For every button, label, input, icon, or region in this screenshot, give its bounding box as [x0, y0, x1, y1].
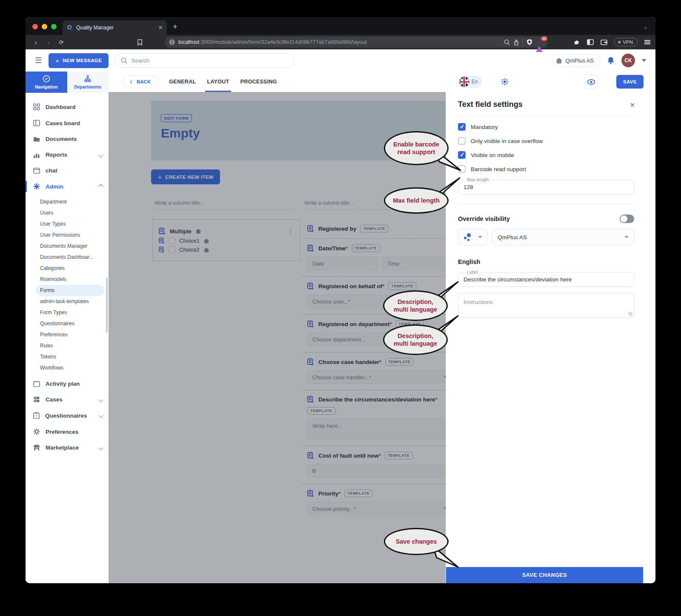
- choice-checkbox[interactable]: [169, 246, 175, 253]
- date-input[interactable]: Date: [307, 257, 378, 270]
- sidebar-subitem-questionnaires[interactable]: Questionnaires: [26, 318, 109, 329]
- maximize-window-button[interactable]: [51, 24, 57, 29]
- close-window-button[interactable]: [32, 24, 38, 29]
- sidebar-item-activity-plan[interactable]: Activity plan: [26, 376, 109, 392]
- tab-layout[interactable]: LAYOUT: [207, 72, 229, 92]
- sidebar-item-marketplace[interactable]: Marketplace: [26, 440, 109, 456]
- form-item-describe-circumstances[interactable]: » Describe the circumstances/deviation h…: [301, 390, 446, 446]
- extension-badge-icon[interactable]: 12: [536, 39, 544, 46]
- sidebar-subitem-riskmodels[interactable]: Riskmodels: [26, 274, 109, 285]
- label-field[interactable]: Label Describe the circumstances/deviati…: [458, 269, 634, 287]
- visible-on-mobile-checkbox-row[interactable]: Visible on mobile: [458, 151, 634, 159]
- tab-close-icon[interactable]: ✕: [158, 25, 163, 31]
- bookmark-icon[interactable]: [137, 39, 143, 46]
- form-item-case-handler[interactable]: » Choose case handeler* TEMPLATE ⋮ Choos…: [301, 352, 446, 390]
- cost-input[interactable]: 0: [307, 464, 446, 478]
- sidebar-subitem-form-types[interactable]: Form Types: [26, 307, 109, 318]
- sidebar-item-documents[interactable]: Documents: [26, 131, 109, 147]
- form-settings-gear-icon[interactable]: [501, 78, 509, 86]
- form-item-date-time[interactable]: » Date/Time* TEMPLATE ⋮ Date Time: [301, 238, 446, 276]
- language-selector[interactable]: En: [458, 76, 482, 88]
- form-item-priority[interactable]: » Priority* TEMPLATE ⋮ Choose priority..…: [301, 484, 446, 521]
- save-changes-button[interactable]: SAVE CHANGES: [446, 567, 643, 583]
- close-panel-icon[interactable]: ✕: [629, 101, 635, 109]
- sidebar-subitem-documents-dashboard[interactable]: Documents Dashboar...: [26, 252, 109, 263]
- url-text[interactable]: localhost:3000/module/admin/form/32a4e3c…: [178, 39, 501, 45]
- preview-button[interactable]: [584, 74, 598, 89]
- choice-row[interactable]: » Choice1: [159, 238, 294, 244]
- back-nav-icon[interactable]: ‹: [31, 39, 41, 46]
- wallet-icon[interactable]: [601, 39, 607, 45]
- mandatory-checkbox-row[interactable]: Mandatory: [458, 123, 634, 131]
- case-handler-select[interactable]: Choose case handler...*: [307, 370, 446, 384]
- brave-shield-icon[interactable]: [526, 39, 532, 46]
- app-menu-icon[interactable]: ☰: [35, 56, 42, 65]
- sidebar-item-dashboard[interactable]: Dashboard: [26, 99, 109, 115]
- case-overflow-checkbox-row[interactable]: Only visible in case overflow: [458, 137, 634, 145]
- form-item-cost-of-fault[interactable]: » Cost of fault until now* TEMPLATE ⋮ 0: [301, 446, 446, 484]
- sidebar-toggle-icon[interactable]: [587, 39, 594, 45]
- sidebar-subitem-workflows[interactable]: Workflows: [26, 362, 109, 373]
- org-visibility-select[interactable]: QmPlus AS: [492, 229, 634, 246]
- sidebar-subitem-user-permissions[interactable]: User Permissions: [26, 229, 109, 241]
- choice-checkbox[interactable]: [169, 238, 175, 244]
- form-item-registered-by[interactable]: » Registered by TEMPLATE ⋮: [301, 219, 446, 238]
- checkbox[interactable]: [458, 123, 466, 131]
- sidebar-subitem-preferences[interactable]: Preferences: [26, 329, 109, 340]
- override-visibility-toggle[interactable]: [620, 215, 634, 223]
- window-controls[interactable]: [26, 24, 63, 35]
- sidebar-subitem-user-types[interactable]: User Types: [26, 218, 109, 229]
- form-item-multiple[interactable]: » Multiple ⋮ » Choice1: [152, 219, 300, 261]
- max-length-field[interactable]: Max length 128: [458, 177, 634, 195]
- max-length-value[interactable]: 128: [464, 183, 629, 190]
- sidebar-subitem-documents-manager[interactable]: Documents Manager: [26, 241, 109, 252]
- sidebar-subitem-tokens[interactable]: Tokens: [26, 351, 109, 362]
- back-button[interactable]: BACK: [123, 75, 158, 88]
- sidebar-subitem-rules[interactable]: Rules: [26, 340, 109, 351]
- sidebar-item-cases[interactable]: Cases: [26, 392, 109, 407]
- visibility-type-select[interactable]: [458, 229, 488, 246]
- share-icon[interactable]: [513, 39, 519, 46]
- tab-general[interactable]: GENERAL: [169, 72, 196, 92]
- instructions-textarea[interactable]: Instructions: [458, 293, 634, 318]
- forward-nav-icon[interactable]: ›: [43, 39, 54, 46]
- sidebar-item-admin[interactable]: Admin: [26, 178, 109, 195]
- sidebar-subitem-users[interactable]: Users: [26, 207, 109, 218]
- sidebar-tab-navigation[interactable]: Navigation: [26, 72, 67, 93]
- sidebar-scrollbar[interactable]: [106, 278, 108, 333]
- url-bar[interactable]: localhost:3000/module/admin/form/32a4e3c…: [165, 37, 548, 48]
- zoom-page-icon[interactable]: [504, 39, 510, 45]
- checkbox[interactable]: [458, 137, 466, 145]
- extensions-puzzle-icon[interactable]: [573, 39, 580, 46]
- write-here-textarea[interactable]: Write here...: [307, 418, 446, 440]
- minimize-window-button[interactable]: [42, 24, 47, 29]
- sidebar-item-reports[interactable]: Reports: [26, 147, 109, 163]
- choice-row[interactable]: » Choice2: [159, 246, 294, 253]
- vpn-button[interactable]: VPN: [614, 38, 638, 46]
- sidebar-tab-departments[interactable]: Departments: [67, 72, 109, 93]
- sidebar-item-questionnaires[interactable]: ? Questionnaires: [26, 407, 109, 424]
- column-title-input[interactable]: Write a column title...: [155, 200, 295, 210]
- create-new-item-button[interactable]: + CREATE NEW ITEM: [151, 169, 220, 184]
- save-button[interactable]: SAVE: [616, 75, 644, 89]
- barcode-read-support-checkbox-row[interactable]: Barcode read support: [458, 165, 634, 173]
- sidebar-subitem-categories[interactable]: Categories: [26, 263, 109, 274]
- new-tab-button[interactable]: +: [173, 22, 177, 32]
- sidebar-subitem-admin-task-templates[interactable]: admin-task-templates: [26, 296, 109, 307]
- time-input[interactable]: Time: [382, 257, 446, 270]
- tab-processing[interactable]: PROCESSING: [240, 72, 277, 92]
- priority-select[interactable]: Choose priority...*: [307, 502, 446, 516]
- browser-menu-icon[interactable]: [644, 40, 650, 45]
- browser-tab[interactable]: Quality Manager ✕: [63, 20, 167, 35]
- item-menu-kebab-icon[interactable]: ⋮: [287, 227, 294, 235]
- new-message-button[interactable]: + NEW MESSAGE: [49, 53, 109, 68]
- sidebar-item-cases-board[interactable]: Cases board: [26, 115, 109, 131]
- user-menu-caret-icon[interactable]: [642, 59, 646, 62]
- site-info-icon[interactable]: [169, 39, 175, 45]
- search-input[interactable]: Search: [115, 53, 294, 68]
- sidebar-item-chat[interactable]: chat: [26, 163, 109, 178]
- sidebar-subitem-department[interactable]: Department: [26, 196, 109, 207]
- reload-icon[interactable]: ⟳: [56, 39, 66, 46]
- sidebar-item-preferences[interactable]: Preferences: [26, 424, 109, 440]
- org-selector[interactable]: QmPlus AS: [552, 54, 600, 67]
